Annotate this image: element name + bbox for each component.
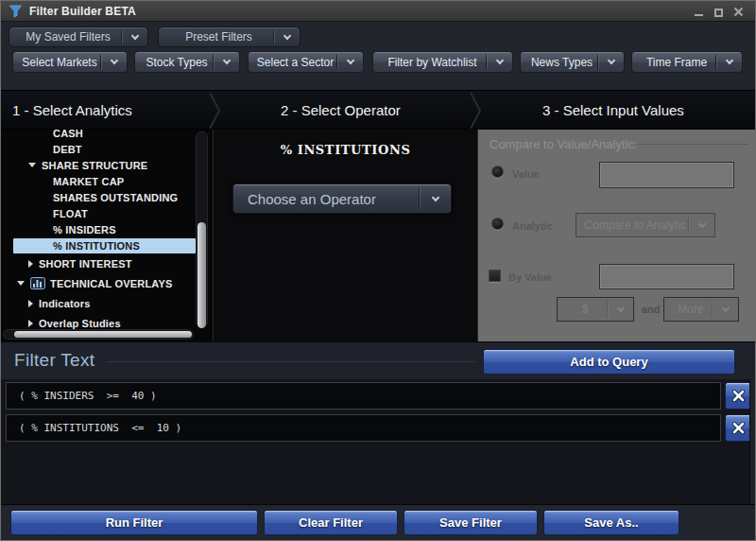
value-input — [599, 162, 734, 188]
input-values-panel-disabled: Compare to Value/Analytic: Value Analyti… — [478, 130, 756, 341]
tree-vertical-scrollbar-thumb[interactable] — [198, 222, 206, 328]
time-frame-dropdown[interactable]: Time Frame — [631, 51, 743, 73]
run-filter-button[interactable]: Run Filter — [10, 510, 258, 535]
and-label: and — [642, 304, 661, 315]
tree-item-share-structure[interactable]: SHARE STRUCTURE — [1, 157, 196, 173]
dropdown-label: Compare to Analytic — [576, 218, 688, 232]
compare-to-analytic-dropdown: Compare to Analytic — [576, 213, 715, 237]
collapsed-arrow-icon — [28, 320, 33, 327]
dropdown-label: Time Frame — [632, 56, 715, 69]
expressions-scrollbar[interactable] — [749, 379, 755, 504]
chevron-down-icon — [689, 224, 714, 227]
filter-expression-row: ( % INSIDERS >= 40 ) — [6, 382, 721, 410]
save-filter-button[interactable]: Save Filter — [404, 510, 538, 535]
tree-item-label: SHARE STRUCTURE — [42, 160, 147, 171]
tree-item-short-interest[interactable]: SHORT INTEREST — [1, 255, 196, 271]
chevron-down-icon — [101, 61, 127, 63]
dropdown-label: News Types — [521, 56, 597, 69]
tree-item-pct-institutions-selected[interactable]: % INSTITUTIONS — [13, 238, 196, 253]
tree-item-pct-insiders[interactable]: % INSIDERS — [1, 221, 196, 237]
analytics-tree: CASH DEBT SHARE STRUCTURE MARKET CAP SHA… — [1, 130, 196, 333]
step-2-label: 2 - Select Operator — [281, 91, 401, 131]
bar-chart-icon — [30, 277, 45, 289]
tree-item-cash[interactable]: CASH — [1, 130, 196, 141]
step-header: 1 - Select Analytics 2 - Select Operator… — [1, 90, 755, 130]
maximize-icon — [714, 9, 723, 17]
filter-expression-text: ( % INSIDERS >= 40 ) — [7, 390, 157, 402]
tree-item-label: % INSTITUTIONS — [53, 240, 140, 252]
maximize-button[interactable] — [713, 6, 724, 17]
tree-horizontal-scrollbar-thumb[interactable] — [14, 331, 192, 338]
dropdown-label: Choose an Operator — [233, 191, 419, 207]
chevron-down-icon — [122, 36, 147, 39]
dropdown-label: More — [664, 303, 712, 316]
filter-text-heading: Filter Text — [14, 350, 94, 371]
filter-by-watchlist-dropdown[interactable]: Filter by Watchlist — [372, 51, 513, 73]
titlebar: Filter Builder BETA — [1, 1, 755, 22]
collapsed-arrow-icon — [28, 300, 33, 307]
select-markets-dropdown[interactable]: Select Markets — [12, 51, 128, 73]
close-icon — [733, 7, 744, 17]
minimize-button[interactable] — [693, 6, 704, 17]
unit-dropdown: $ — [557, 297, 634, 322]
expanded-arrow-icon — [17, 281, 25, 286]
heading-divider-line — [107, 361, 475, 362]
delete-filter-button[interactable] — [725, 414, 752, 442]
tree-item-label: Indicators — [39, 298, 91, 309]
by-value-checkbox-label: By Value — [508, 271, 552, 283]
select-sector-dropdown[interactable]: Select a Sector — [248, 51, 364, 73]
dropdown-label: Select a Sector — [249, 56, 336, 69]
tree-item-label: MARKET CAP — [53, 176, 124, 187]
tree-item-float[interactable]: FLOAT — [1, 205, 196, 221]
window-controls — [693, 6, 747, 17]
button-label: Save As.. — [584, 515, 638, 530]
analytic-radio-label: Analytic — [512, 220, 553, 232]
clear-filter-button[interactable]: Clear Filter — [264, 510, 398, 535]
analytic-radio — [491, 218, 504, 230]
selected-analytic-title: % INSTITUTIONS — [214, 143, 477, 157]
step-1-label: 1 - Select Analytics — [12, 91, 132, 131]
delete-filter-button[interactable] — [725, 382, 752, 410]
chevron-down-icon — [420, 198, 451, 201]
choose-operator-dropdown[interactable]: Choose an Operator — [232, 183, 452, 214]
tree-item-debt[interactable]: DEBT — [1, 141, 196, 157]
dropdown-label: Stock Types — [135, 56, 213, 69]
operator-panel: % INSTITUTIONS Choose an Operator — [214, 130, 478, 341]
chevron-down-icon — [274, 36, 300, 39]
action-bar: Run Filter Clear Filter Save Filter Save… — [1, 504, 755, 541]
preset-filters-dropdown[interactable]: Preset Filters — [158, 26, 301, 47]
filter-expressions-area: ( % INSIDERS >= 40 ) ( % INSTITUTIONS <=… — [1, 379, 755, 504]
value-radio-label: Value — [512, 168, 540, 180]
stock-types-dropdown[interactable]: Stock Types — [134, 51, 240, 73]
builder-panels: CASH DEBT SHARE STRUCTURE MARKET CAP SHA… — [1, 130, 755, 341]
filter-expression-row: ( % INSTITUTIONS <= 10 ) — [6, 414, 721, 442]
tree-item-label: FLOAT — [53, 208, 88, 219]
tree-item-label: % INSIDERS — [53, 224, 116, 236]
close-button[interactable] — [732, 6, 744, 17]
button-label: Add to Query — [570, 355, 647, 369]
close-icon — [732, 390, 745, 402]
chevron-down-icon — [487, 61, 512, 63]
my-saved-filters-dropdown[interactable]: My Saved Filters — [9, 26, 148, 47]
chevron-down-icon — [598, 61, 624, 63]
chevron-down-icon — [608, 308, 633, 311]
group-divider-line — [637, 144, 748, 145]
tree-item-shares-outstanding[interactable]: SHARES OUTSTANDING — [1, 189, 196, 205]
chevron-down-icon — [337, 61, 363, 63]
tree-item-technical-overlays[interactable]: TECHNICAL OVERLAYS — [1, 273, 196, 293]
filter-text-header: Filter Text Add to Query — [1, 341, 755, 379]
tree-item-label: CASH — [53, 130, 83, 139]
tree-item-market-cap[interactable]: MARKET CAP — [1, 173, 196, 189]
news-types-dropdown[interactable]: News Types — [520, 51, 625, 73]
dropdown-label: Filter by Watchlist — [373, 56, 486, 69]
chevron-down-icon — [713, 308, 738, 311]
tree-item-label: SHORT INTEREST — [39, 258, 132, 270]
save-as-button[interactable]: Save As.. — [543, 510, 679, 535]
dropdown-label: $ — [558, 303, 607, 316]
compare-group-label: Compare to Value/Analytic: — [490, 137, 638, 151]
analytics-tree-panel: CASH DEBT SHARE STRUCTURE MARKET CAP SHA… — [1, 130, 214, 341]
dropdown-label: Select Markets — [13, 56, 100, 69]
add-to-query-button[interactable]: Add to Query — [483, 349, 735, 375]
tree-item-indicators[interactable]: Indicators — [1, 293, 196, 313]
chevron-down-icon — [214, 61, 239, 63]
